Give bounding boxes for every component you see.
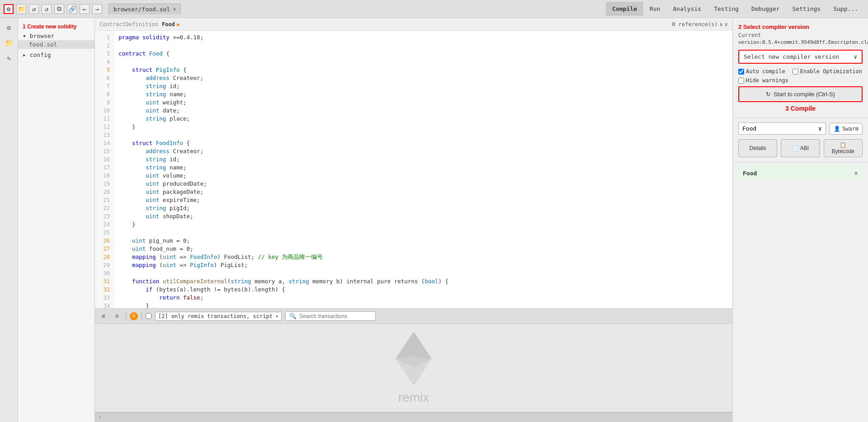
compile-button[interactable]: ↻ Start to compile (Ctrl-S) [738, 86, 863, 102]
link-icon[interactable]: 🔗 [67, 4, 77, 14]
settings-icon[interactable]: ⚙ [4, 4, 14, 14]
ethereum-logo [396, 332, 432, 386]
info-contract-name: Food [162, 21, 175, 28]
contract-dropdown-arrow: ∨ [818, 125, 822, 132]
food-result-close-icon[interactable]: × [854, 169, 858, 177]
divider2 [142, 312, 142, 320]
compiler-selector-dropdown[interactable]: Select new compiler version ∨ [738, 50, 863, 64]
enable-optimization-checkbox[interactable] [793, 69, 798, 75]
actions-row: Details 📄 ABI 📋 Bytecode [738, 139, 863, 157]
nav-support[interactable]: Supp... [827, 2, 864, 16]
refs-down-icon[interactable]: ∨ [725, 21, 728, 28]
compiler-section: 2 Select compiler version Current versio… [733, 18, 868, 118]
forward-icon[interactable]: → [92, 4, 102, 14]
hide-warnings-checkbox[interactable] [738, 78, 744, 84]
contract-row: Food ∨ 👤 Swarm [738, 122, 863, 135]
editor-infobar: ContractDefinition Food ▶ 0 reference(s)… [95, 18, 732, 31]
active-tab[interactable]: browser/food.sol ✕ [108, 4, 181, 14]
expand-icon[interactable]: ≡ [99, 311, 108, 321]
compile-refresh-icon: ↻ [766, 91, 771, 98]
swarm-button[interactable]: 👤 Swarm [830, 123, 863, 135]
annotation-select-compiler: 2 Select compiler version [738, 23, 863, 30]
nav-run[interactable]: Run [643, 2, 666, 16]
line-numbers: 1 2 3 4 5 6 7 8 9 10 11 12 13 14 15 16 1… [95, 31, 114, 308]
details-button[interactable]: Details [738, 139, 777, 157]
copy-icon[interactable]: ⧉ [54, 4, 64, 14]
editor-container: ContractDefinition Food ▶ 0 reference(s)… [95, 18, 732, 422]
sidebar-item-browser[interactable]: browser [18, 32, 94, 40]
auto-compile-checkbox[interactable] [738, 69, 744, 75]
tab-title: browser/food.sol [113, 6, 170, 13]
checkbox-filter[interactable] [146, 313, 151, 319]
abi-label: ABI [800, 145, 809, 151]
hide-warnings-text: Hide warnings [746, 77, 788, 84]
checkboxes-row: Auto compile Enable Optimization [738, 68, 863, 75]
info-refs: 0 reference(s) ∧ ∨ [672, 21, 728, 28]
bottom-content: remix [95, 324, 732, 412]
tx-filter-label: [2] only remix transactions, script [158, 313, 273, 319]
status-expand-icon[interactable]: › [99, 414, 102, 420]
search-icon: 🔍 [289, 313, 297, 319]
folder-icon[interactable]: 📁 [16, 4, 26, 14]
swarm-icon: 👤 [834, 126, 840, 132]
nav-debugger[interactable]: Debugger [745, 2, 786, 16]
code-editor[interactable]: 1 2 3 4 5 6 7 8 9 10 11 12 13 14 15 16 1… [95, 31, 732, 308]
refs-up-icon[interactable]: ∧ [720, 21, 723, 28]
filter-checkbox[interactable] [146, 313, 151, 319]
clear-icon[interactable]: ⊘ [112, 311, 122, 321]
sidebar-icons: ⚙ 📁 ✎ [0, 18, 18, 422]
bottom-panel: ≡ ⊘ 0 [2] only remix transactions, scrip… [95, 308, 732, 412]
sidebar-folder-icon[interactable]: 📁 [2, 36, 16, 50]
nav-compile[interactable]: Compile [606, 2, 643, 16]
contract-section: Food ∨ 👤 Swarm Details 📄 ABI 📋 Bytecode [733, 118, 868, 162]
sidebar-item-config[interactable]: config [18, 51, 94, 59]
remix-watermark: remix [398, 390, 429, 405]
bytecode-icon: 📋 [840, 142, 846, 148]
compiler-selector-label: Select new compiler version [744, 53, 839, 60]
chevron-down-icon: ∨ [854, 53, 857, 60]
contract-dropdown[interactable]: Food ∨ [738, 122, 826, 135]
nav-analysis[interactable]: Analysis [667, 2, 708, 16]
hide-warnings-label[interactable]: Hide warnings [738, 77, 788, 84]
back-icon[interactable]: ← [80, 4, 90, 14]
nav-testing[interactable]: Testing [708, 2, 745, 16]
topbar: ⚙ 📁 ↺ ↺ ⧉ 🔗 ← → browser/food.sol ✕ Compi… [0, 0, 868, 18]
annotation-create: 1 Create new solidity [18, 22, 94, 32]
info-contract-label: ContractDefinition [99, 21, 158, 28]
current-version-label: Current [738, 32, 863, 38]
redo-icon[interactable]: ↺ [42, 4, 52, 14]
bytecode-label: Bytecode [832, 148, 854, 155]
right-panel: 2 Select compiler version Current versio… [732, 18, 868, 422]
undo-icon[interactable]: ↺ [29, 4, 39, 14]
current-version-value: version:0.5.4+commit.9549d8ff.Emscripten… [738, 39, 863, 45]
hide-warnings-row: Hide warnings [738, 77, 863, 84]
sidebar-edit-icon[interactable]: ✎ [2, 52, 16, 65]
status-bar: › [95, 412, 732, 422]
nav-settings[interactable]: Settings [786, 2, 827, 16]
swarm-label: Swarm [842, 126, 859, 132]
annotation-compile: 3 Compile [738, 105, 863, 112]
code-content[interactable]: pragma solidity >=0.4.18; contract Food … [114, 31, 732, 308]
filter-badge: 0 [130, 312, 138, 320]
filter-dropdown-arrow: ▾ [275, 313, 278, 319]
abi-button[interactable]: 📄 ABI [781, 139, 820, 157]
sidebar-settings-icon[interactable]: ⚙ [2, 21, 16, 34]
auto-compile-text: Auto compile [746, 68, 785, 75]
bytecode-button[interactable]: 📋 Bytecode [824, 139, 863, 157]
tx-filter-dropdown[interactable]: [2] only remix transactions, script ▾ [155, 312, 282, 321]
file-tree: 1 Create new solidity browser food.sol c… [18, 18, 95, 422]
food-result-panel: Food × [738, 166, 863, 180]
auto-compile-label[interactable]: Auto compile [738, 68, 785, 75]
abi-icon: 📄 [792, 145, 799, 151]
toolbar-divider [126, 312, 126, 320]
enable-optimization-text: Enable Optimization [800, 68, 862, 75]
search-box[interactable]: 🔍 [285, 311, 376, 321]
main-layout: ⚙ 📁 ✎ 1 Create new solidity browser food… [0, 18, 868, 422]
sidebar-item-food-sol[interactable]: food.sol [18, 40, 94, 49]
compile-button-label: Start to compile (Ctrl-S) [774, 91, 835, 98]
enable-optimization-label[interactable]: Enable Optimization [793, 68, 862, 75]
search-input[interactable] [299, 313, 372, 319]
tab-close-icon[interactable]: ✕ [173, 6, 176, 12]
bottom-toolbar: ≡ ⊘ 0 [2] only remix transactions, scrip… [95, 309, 732, 324]
info-arrow-icon: ▶ [177, 21, 180, 28]
